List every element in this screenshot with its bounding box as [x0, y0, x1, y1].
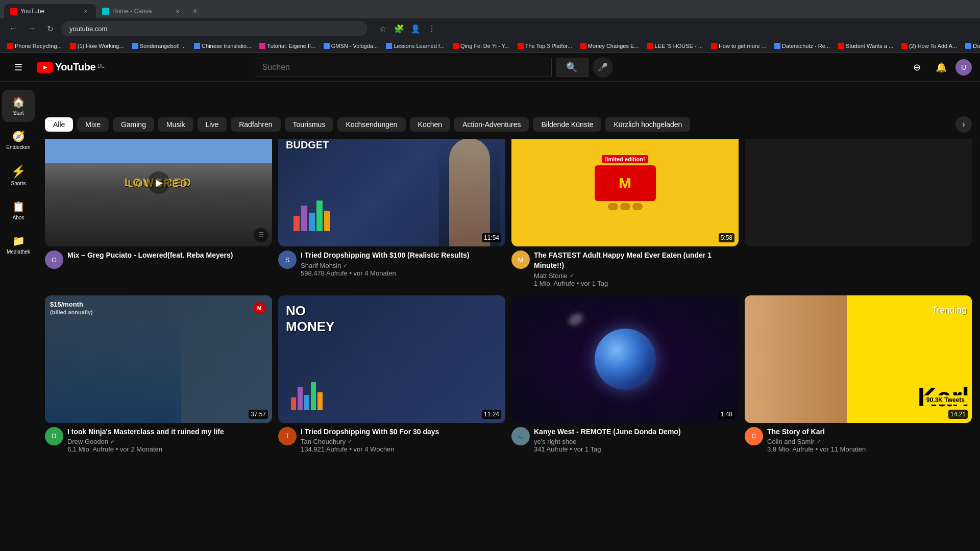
verified-3: ✓	[570, 272, 574, 279]
url-bar[interactable]: youtube.com	[61, 21, 368, 36]
category-radfahren[interactable]: Radfahren	[231, 117, 280, 132]
tab-canva[interactable]: Home - Canva ✕	[96, 4, 188, 18]
category-bildende[interactable]: Bildende Künste	[533, 117, 601, 132]
back-button[interactable]: ←	[6, 21, 20, 36]
tab-youtube[interactable]: YouTube ✕	[4, 4, 96, 18]
category-gaming[interactable]: Gaming	[113, 117, 154, 132]
video-card-8[interactable]: Trending Karl 90.3K Tweets 14:21 C The S…	[745, 295, 972, 454]
channel-avatar-6: T	[278, 427, 297, 445]
video-duration-8: 14:21	[948, 410, 968, 419]
bookmark-star[interactable]: ☆	[376, 21, 390, 36]
video-duration-7: 1:48	[719, 410, 734, 419]
video-card-3[interactable]: limited edition! M 5:58	[511, 119, 739, 287]
bookmark-8[interactable]: Qing Fei De Yi - Y...	[450, 42, 512, 50]
tab-close-canva[interactable]: ✕	[174, 7, 182, 15]
video-meta-6: I Tried Dropshipping With $0 For 30 days…	[301, 427, 505, 454]
url-text: youtube.com	[69, 25, 107, 33]
search-input[interactable]	[256, 63, 551, 72]
category-tourismus[interactable]: Tourismus	[285, 117, 334, 132]
bookmark-13[interactable]: Datenschutz - Re...	[771, 42, 833, 50]
bookmark-10[interactable]: Money Changes E...	[577, 42, 642, 50]
category-all[interactable]: Alle	[45, 117, 73, 132]
video-card-1[interactable]: LOWERED ▶ ☰ G	[45, 119, 272, 287]
sidebar-label-home: Start	[13, 110, 23, 116]
category-next-arrow[interactable]: ›	[955, 116, 972, 133]
main-content: Alle Mixe Gaming Musik Live Radfahren To…	[37, 82, 980, 551]
menu-button[interactable]: ☰	[8, 57, 29, 78]
tab-close-youtube[interactable]: ✕	[82, 7, 90, 15]
video-info-3: M The FASTEST Adult Happy Meal Ever Eate…	[511, 251, 739, 287]
category-live[interactable]: Live	[198, 117, 227, 132]
video-meta-5: I took Ninja's Masterclass and it ruined…	[67, 427, 272, 454]
video-title-3: The FASTEST Adult Happy Meal Ever Eaten …	[534, 251, 739, 270]
subscriptions-icon: 📋	[12, 201, 25, 213]
bookmark-2[interactable]: (1) How Working...	[67, 42, 127, 50]
search-button[interactable]: 🔍	[556, 58, 589, 77]
bookmark-14[interactable]: Student Wants a ...	[835, 42, 896, 50]
video-title-5: I took Ninja's Masterclass and it ruined…	[67, 427, 272, 437]
video-meta-2: I Tried Dropshipping With $100 (Realisti…	[301, 251, 505, 277]
sidebar-label-library: Mediathek	[7, 249, 30, 255]
video-meta-7: Kanye West - REMOTE (June Donda Demo) ye…	[534, 427, 739, 454]
category-kochen[interactable]: Kochen	[410, 117, 450, 132]
profile-btn[interactable]: 👤	[408, 21, 423, 36]
sidebar-item-home[interactable]: 🏠 Start	[2, 90, 35, 122]
bookmark-9[interactable]: The Top 3 Platfor...	[514, 42, 575, 50]
forward-button[interactable]: →	[24, 21, 39, 36]
video-title-1: Mix – Greg Puciato - Lowered(feat. Reba …	[67, 251, 272, 261]
sidebar-item-subscriptions[interactable]: 📋 Abos	[2, 194, 35, 227]
header-right: ⊕ 🔔 U	[906, 57, 972, 78]
youtube-logo[interactable]: YouTube DE	[37, 61, 105, 73]
video-stats-2: 598.478 Aufrufe • vor 4 Monaten	[301, 269, 505, 277]
create-button[interactable]: ⊕	[906, 57, 927, 78]
video-info-6: T I Tried Dropshipping With $0 For 30 da…	[278, 427, 505, 454]
shorts-icon: ⚡	[11, 164, 26, 179]
bookmark-11[interactable]: LEE 'S HOUSE - ...	[644, 42, 706, 50]
category-musik[interactable]: Musik	[158, 117, 193, 132]
trending-text: Trending	[932, 306, 967, 315]
library-icon: 📁	[12, 235, 25, 247]
bookmark-15[interactable]: (2) How To Add A...	[898, 42, 960, 50]
category-mixes[interactable]: Mixe	[77, 117, 109, 132]
bookmark-4[interactable]: Chinese translatio...	[191, 42, 254, 50]
video-info-7: 🥿 Kanye West - REMOTE (June Donda Demo) …	[511, 427, 739, 454]
category-kuerzelich[interactable]: Kürzlich hochgeladen	[605, 117, 690, 132]
search-box[interactable]	[256, 58, 552, 77]
channel-avatar-1: G	[45, 251, 63, 269]
reload-button[interactable]: ↻	[43, 21, 57, 36]
video-card-2[interactable]: $100BUDGET 11:54 S I Tried Dropshipping …	[278, 119, 505, 287]
extensions-btn[interactable]: 🧩	[392, 21, 406, 36]
video-card-6[interactable]: NOMONEY 11:24 T I Tried Dr	[278, 295, 505, 454]
sidebar-item-library[interactable]: 📁 Mediathek	[2, 229, 35, 261]
youtube-logo-icon	[37, 62, 53, 73]
no-money-label: NOMONEY	[286, 303, 334, 335]
trending-tweets-badge: 90.3K Tweets	[923, 395, 968, 405]
video-stats-6: 134.921 Aufrufe • vor 4 Wochen	[301, 445, 505, 453]
menu-dots[interactable]: ⋮	[425, 21, 439, 36]
bookmark-12[interactable]: How to get more ...	[708, 42, 769, 50]
video-card-7[interactable]: 1:48 🥿 Kanye West - REMOTE (June Donda D…	[511, 295, 739, 454]
video-stats-7: 341 Aufrufe • vor 1 Tag	[534, 445, 739, 453]
video-duration-3: 5:58	[719, 233, 734, 242]
bookmark-5[interactable]: Tutorial: Eigene F...	[256, 42, 318, 50]
category-kochsendungen[interactable]: Kochsendungen	[337, 117, 405, 132]
bookmark-6[interactable]: GMSN - Vologda...	[321, 42, 381, 50]
video-title-7: Kanye West - REMOTE (June Donda Demo)	[534, 427, 739, 437]
category-action[interactable]: Action-Adventures	[454, 117, 529, 132]
bookmark-3[interactable]: Sonderangebot! ...	[129, 42, 189, 50]
notifications-button[interactable]: 🔔	[931, 57, 951, 78]
video-card-4[interactable]	[745, 119, 972, 287]
bookmark-7[interactable]: Lessons Learned f...	[383, 42, 448, 50]
masterclass-logo: M	[252, 300, 267, 318]
bookmark-1[interactable]: Phone Recycling...	[4, 42, 65, 50]
sidebar-item-shorts[interactable]: ⚡ Shorts	[2, 158, 35, 192]
search-area: 🔍 🎤	[256, 57, 613, 78]
microphone-button[interactable]: 🎤	[593, 57, 613, 78]
user-avatar[interactable]: U	[955, 59, 972, 76]
video-card-5[interactable]: M $15/month(billed annually) 37:57 D I t…	[45, 295, 272, 454]
svg-text:M: M	[257, 306, 261, 311]
sidebar-item-discover[interactable]: 🧭 Entdecken	[2, 124, 35, 156]
bookmark-16[interactable]: Download - Cook...	[962, 42, 980, 50]
youtube-header: ☰ YouTube DE 🔍 🎤 ⊕ 🔔 U	[0, 53, 980, 82]
new-tab-button[interactable]: +	[188, 4, 202, 18]
